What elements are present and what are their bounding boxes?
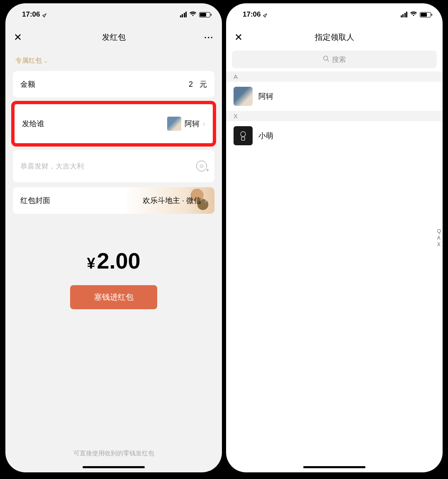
home-indicator[interactable] xyxy=(303,466,365,468)
phone-left: 17:06 ▻ ✕ 发红包 ··· 专属红包 ⌄ 金额 2 元 xyxy=(5,3,222,472)
packet-type-selector[interactable]: 专属红包 ⌄ xyxy=(13,49,214,71)
index-letter[interactable]: Q xyxy=(437,228,441,234)
close-icon[interactable]: ✕ xyxy=(234,32,243,43)
more-icon[interactable]: ··· xyxy=(204,33,214,42)
section-header-x: X xyxy=(226,111,443,121)
amount-value: 2 xyxy=(189,80,193,89)
contact-name: 小萌 xyxy=(258,131,273,141)
page-title: 发红包 xyxy=(5,32,222,43)
wifi-icon xyxy=(410,11,417,18)
svg-point-0 xyxy=(324,56,328,60)
location-icon: ▻ xyxy=(262,11,269,18)
message-placeholder: 恭喜发财，大吉大利 xyxy=(20,161,84,171)
chevron-right-icon: › xyxy=(203,120,205,128)
alpha-index[interactable]: Q A X xyxy=(437,228,441,247)
nav-bar: ✕ 发红包 ··· xyxy=(5,26,222,49)
contact-row[interactable]: 阿轲 xyxy=(226,82,443,111)
cover-value: 欢乐斗地主 · 微信 xyxy=(143,196,201,205)
wifi-icon xyxy=(189,11,197,18)
currency-symbol: ¥ xyxy=(87,255,95,272)
amount-row[interactable]: 金额 2 元 xyxy=(13,71,214,98)
packet-type-label: 专属红包 xyxy=(15,56,42,65)
contact-avatar xyxy=(234,87,253,106)
chevron-down-icon: ⌄ xyxy=(44,58,48,64)
cover-card: 红包封面 欢乐斗地主 · 微信 › xyxy=(13,187,214,214)
emoji-icon[interactable]: ☺ + xyxy=(196,161,207,171)
message-card: 恭喜发财，大吉大利 ☺ + xyxy=(13,150,214,182)
signal-icon xyxy=(401,12,408,17)
signal-icon xyxy=(180,12,187,17)
recipient-label: 发给谁 xyxy=(22,119,44,129)
search-placeholder: 搜索 xyxy=(332,55,346,64)
contact-row[interactable]: 小萌 xyxy=(226,121,443,150)
status-time: 17:06 xyxy=(243,10,261,19)
section-header-a: A xyxy=(226,71,443,82)
battery-icon xyxy=(199,12,210,17)
total-value: 2.00 xyxy=(97,248,140,274)
status-bar: 17:06 ▻ xyxy=(5,3,222,26)
message-input[interactable]: 恭喜发财，大吉大利 ☺ + xyxy=(13,150,214,182)
status-time: 17:06 xyxy=(22,10,40,19)
footer-tip: 可直接使用收到的零钱发红包 xyxy=(13,450,214,472)
page-title: 指定领取人 xyxy=(226,32,443,43)
svg-rect-3 xyxy=(241,137,245,140)
location-icon: ▻ xyxy=(41,11,49,18)
search-icon xyxy=(323,55,329,64)
svg-point-2 xyxy=(241,132,246,137)
amount-label: 金额 xyxy=(20,79,35,89)
phone-right: 17:06 ▻ ✕ 指定领取人 搜索 A 阿轲 X 小萌 Q A xyxy=(226,3,443,472)
total-amount: ¥ 2.00 xyxy=(13,248,214,274)
amount-unit: 元 xyxy=(200,79,207,89)
cover-label: 红包封面 xyxy=(20,196,50,205)
contact-name: 阿轲 xyxy=(258,91,273,101)
close-icon[interactable]: ✕ xyxy=(14,32,22,43)
index-letter[interactable]: A xyxy=(437,235,441,241)
recipient-avatar xyxy=(167,117,181,131)
home-indicator[interactable] xyxy=(83,466,145,468)
recipient-row[interactable]: 发给谁 阿轲 › xyxy=(15,104,213,143)
recipient-name: 阿轲 xyxy=(185,119,200,129)
svg-line-1 xyxy=(327,60,329,61)
status-bar: 17:06 ▻ xyxy=(226,3,443,26)
amount-card: 金额 2 元 xyxy=(13,71,214,98)
index-letter[interactable]: X xyxy=(437,242,441,247)
chevron-right-icon: › xyxy=(205,196,207,205)
contact-avatar xyxy=(234,126,253,145)
recipient-highlight: 发给谁 阿轲 › xyxy=(11,101,216,147)
nav-bar: ✕ 指定领取人 xyxy=(226,26,443,49)
confirm-button[interactable]: 塞钱进红包 xyxy=(70,285,157,309)
battery-icon xyxy=(420,12,431,17)
search-input[interactable]: 搜索 xyxy=(232,51,437,68)
cover-row[interactable]: 红包封面 欢乐斗地主 · 微信 › xyxy=(13,187,214,214)
